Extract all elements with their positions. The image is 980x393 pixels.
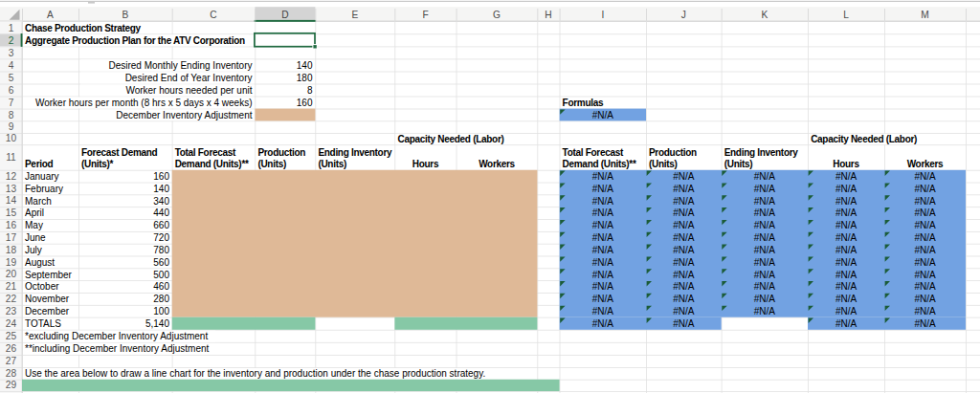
svg-text:#N/A: #N/A	[835, 196, 858, 207]
svg-text:2: 2	[9, 35, 14, 46]
svg-text:140: 140	[153, 184, 169, 194]
svg-text:M: M	[921, 10, 929, 20]
svg-text:#N/A: #N/A	[754, 220, 776, 230]
svg-text:March: March	[25, 196, 52, 207]
svg-text:#N/A: #N/A	[835, 257, 858, 268]
svg-text:#N/A: #N/A	[914, 207, 936, 218]
svg-text:Period: Period	[25, 159, 54, 169]
svg-text:B: B	[122, 10, 128, 20]
svg-text:25: 25	[6, 331, 17, 341]
svg-text:500: 500	[153, 270, 169, 280]
svg-text:Workers: Workers	[907, 159, 944, 169]
svg-text:11: 11	[6, 152, 16, 163]
svg-text:#N/A: #N/A	[835, 220, 858, 230]
svg-text:5: 5	[9, 73, 14, 83]
svg-text:#N/A: #N/A	[914, 257, 936, 268]
svg-text:A: A	[47, 10, 54, 20]
svg-text:Hours: Hours	[833, 159, 859, 169]
svg-text:Total Forecast: Total Forecast	[563, 147, 624, 158]
svg-text:#N/A: #N/A	[673, 257, 695, 268]
svg-text:#N/A: #N/A	[592, 220, 614, 230]
svg-text:15: 15	[6, 207, 17, 218]
svg-text:12: 12	[6, 171, 17, 182]
svg-text:#N/A: #N/A	[673, 196, 695, 207]
svg-text:#N/A: #N/A	[914, 220, 936, 230]
svg-text:D: D	[281, 10, 288, 20]
svg-text:19: 19	[6, 257, 17, 268]
svg-text:#N/A: #N/A	[914, 171, 936, 182]
svg-text:#N/A: #N/A	[592, 245, 614, 255]
svg-text:Workers: Workers	[479, 159, 515, 169]
svg-text:(Units)*: (Units)*	[81, 159, 114, 169]
svg-text:Production: Production	[257, 147, 305, 158]
svg-text:14: 14	[6, 195, 17, 206]
svg-text:Demand (Units)**: Demand (Units)**	[563, 159, 636, 169]
svg-text:#N/A: #N/A	[673, 207, 695, 218]
svg-text:#N/A: #N/A	[592, 184, 614, 194]
svg-text:H: H	[545, 10, 551, 20]
svg-text:May: May	[25, 220, 43, 230]
svg-text:(Units): (Units)	[724, 159, 753, 169]
svg-text:K: K	[762, 10, 768, 20]
svg-text:#N/A: #N/A	[592, 196, 614, 207]
svg-text:9: 9	[9, 121, 14, 132]
svg-text:140: 140	[297, 60, 313, 71]
svg-text:#N/A: #N/A	[673, 171, 695, 182]
svg-text:January: January	[25, 171, 59, 182]
svg-text:#N/A: #N/A	[673, 232, 695, 243]
svg-text:#N/A: #N/A	[754, 257, 776, 268]
svg-text:#N/A: #N/A	[673, 245, 695, 255]
svg-text:September: September	[25, 270, 73, 280]
svg-text:18: 18	[6, 245, 17, 255]
svg-text:#N/A: #N/A	[673, 270, 695, 280]
svg-text:#N/A: #N/A	[673, 318, 695, 329]
svg-text:#N/A: #N/A	[914, 245, 936, 255]
svg-text:160: 160	[153, 171, 169, 182]
svg-text:460: 460	[153, 281, 169, 292]
svg-text:#N/A: #N/A	[673, 294, 695, 304]
svg-text:#N/A: #N/A	[592, 110, 614, 120]
svg-text:Capacity Needed (Labor): Capacity Needed (Labor)	[398, 134, 504, 144]
svg-text:#N/A: #N/A	[835, 184, 858, 194]
svg-text:November: November	[25, 294, 70, 304]
svg-text:440: 440	[153, 207, 169, 218]
svg-text:#N/A: #N/A	[835, 232, 858, 243]
svg-text:Production: Production	[649, 147, 697, 158]
svg-text:February: February	[25, 184, 63, 194]
svg-text:16: 16	[6, 220, 17, 230]
svg-text:#N/A: #N/A	[754, 270, 776, 280]
svg-text:180: 180	[297, 73, 313, 83]
svg-text:#N/A: #N/A	[914, 184, 936, 194]
svg-text:Demand (Units)**: Demand (Units)**	[175, 159, 249, 169]
svg-text:#N/A: #N/A	[835, 207, 858, 218]
svg-text:(Units): (Units)	[318, 159, 346, 169]
svg-text:22: 22	[6, 294, 17, 304]
svg-text:June: June	[25, 232, 46, 243]
svg-text:Hours: Hours	[412, 159, 439, 169]
svg-text:8: 8	[307, 85, 313, 96]
svg-text:26: 26	[6, 343, 17, 354]
svg-text:780: 780	[153, 245, 169, 255]
svg-text:#N/A: #N/A	[835, 270, 858, 280]
svg-text:#N/A: #N/A	[914, 306, 936, 317]
svg-text:#N/A: #N/A	[914, 281, 936, 292]
svg-text:Use the area below to draw a l: Use the area below to draw a line chart …	[25, 368, 485, 379]
svg-text:Worker hours per month (8 hrs: Worker hours per month (8 hrs x 5 days x…	[35, 98, 253, 108]
svg-text:#N/A: #N/A	[673, 184, 695, 194]
svg-text:Aggregate Production Plan for: Aggregate Production Plan for the ATV Co…	[25, 35, 245, 46]
svg-text:#N/A: #N/A	[914, 232, 936, 243]
svg-text:27: 27	[6, 356, 17, 366]
svg-text:#N/A: #N/A	[914, 270, 936, 280]
svg-text:4: 4	[9, 60, 14, 71]
svg-text:December: December	[25, 306, 70, 317]
svg-text:July: July	[25, 245, 42, 255]
svg-text:#N/A: #N/A	[592, 270, 614, 280]
svg-text:#N/A: #N/A	[835, 281, 858, 292]
svg-text:J: J	[681, 10, 686, 20]
svg-text:#N/A: #N/A	[835, 306, 858, 317]
svg-text:1: 1	[9, 23, 14, 33]
svg-text:#N/A: #N/A	[592, 306, 614, 317]
svg-text:#N/A: #N/A	[754, 245, 776, 255]
svg-text:13: 13	[6, 184, 17, 194]
svg-text:Worker hours needed per unit: Worker hours needed per unit	[125, 85, 252, 96]
